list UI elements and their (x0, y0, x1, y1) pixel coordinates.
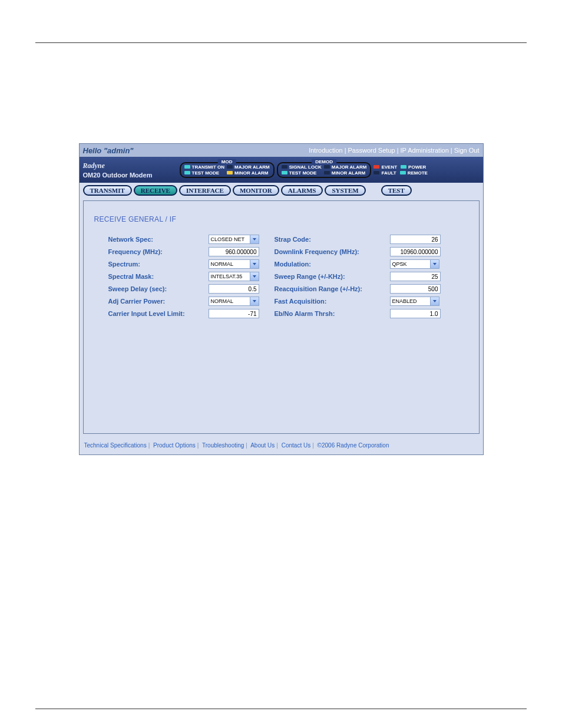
tab-interface[interactable]: INTERFACE (179, 185, 231, 196)
lbl-sweep-range: Sweep Range (+/-KHz): (275, 271, 378, 282)
link-password-setup[interactable]: Password Setup (348, 147, 395, 154)
select-spectrum[interactable]: NORMAL (209, 259, 259, 269)
led-icon (401, 165, 406, 169)
tab-receive[interactable]: RECEIVE (134, 185, 177, 196)
input-sweep-range[interactable] (390, 272, 441, 281)
link-introduction[interactable]: Introduction (309, 147, 342, 154)
status-minor-alarm: MINOR ALARM (227, 170, 270, 176)
led-icon (282, 171, 287, 174)
status-fault: FAULT (373, 170, 396, 176)
input-sweep-delay[interactable] (209, 284, 259, 294)
status-remote: REMOTE (400, 170, 428, 176)
tab-system[interactable]: SYSTEM (325, 185, 365, 196)
form-grid: Network Spec: Frequency (MHz): Spectrum:… (94, 234, 468, 319)
chevron-down-icon (250, 260, 259, 268)
lbl-sweep-delay: Sweep Delay (sec): (108, 284, 197, 294)
top-rule (35, 42, 527, 43)
select-adj-carrier-power[interactable]: NORMAL (209, 297, 259, 306)
lbl-carrier-input-level: Carrier Input Level Limit: (108, 308, 197, 319)
led-icon (184, 165, 190, 169)
status-group-demod: DEMOD SIGNAL LOCK TEST MODE MAJOR ALARM … (277, 162, 372, 178)
top-bar: Hello "admin" Introduction| Password Set… (80, 144, 483, 157)
link-sign-out[interactable]: Sign Out (454, 147, 480, 154)
link-about-us[interactable]: About Us (250, 442, 275, 449)
lbl-adj-carrier-power: Adj Carrier Power: (108, 296, 197, 307)
status-transmit-on: TRANSMIT ON (184, 164, 225, 170)
input-frequency[interactable] (209, 247, 259, 256)
select-modulation[interactable]: QPSK (390, 259, 439, 269)
tab-test[interactable]: TEST (381, 185, 412, 196)
link-product-options[interactable]: Product Options (153, 442, 196, 449)
led-icon (227, 171, 233, 174)
input-reacquisition-range[interactable] (390, 284, 441, 294)
copyright: ©2006 Radyne Corporation (318, 442, 389, 449)
link-contact-us[interactable]: Contact Us (282, 442, 310, 449)
select-network-spec[interactable]: CLOSED NET (209, 235, 259, 244)
link-ip-admin[interactable]: IP Administration (400, 147, 448, 154)
status-strip: Radyne OM20 Outdoor Modem MOD TRANSMIT O… (80, 157, 483, 183)
led-icon (373, 165, 379, 169)
tab-row: TRANSMIT RECEIVE INTERFACE MONITOR ALARM… (80, 183, 483, 196)
status-test-mode: TEST MODE (184, 170, 225, 176)
brand-block: Radyne OM20 Outdoor Modem (83, 162, 177, 179)
product-name: OM20 Outdoor Modem (83, 172, 177, 179)
led-icon (184, 171, 190, 174)
chevron-down-icon (250, 272, 259, 281)
lbl-downlink-frequency: Downlink Frequency (MHz): (275, 246, 378, 257)
led-icon (324, 165, 330, 169)
mod-title: MOD (218, 159, 236, 164)
tab-monitor[interactable]: MONITOR (233, 185, 279, 196)
lbl-strap-code: Strap Code: (275, 234, 378, 245)
lbl-fast-acquisition: Fast Acquisition: (275, 296, 378, 307)
footer-links: Technical Specifications| Product Option… (80, 436, 483, 454)
status-signal-lock: SIGNAL LOCK (282, 164, 322, 170)
input-downlink-frequency[interactable] (390, 247, 441, 256)
led-icon (282, 165, 287, 169)
status-demod-test-mode: TEST MODE (282, 170, 322, 176)
input-ebno-alarm-thrsh[interactable] (390, 309, 441, 318)
lbl-spectrum: Spectrum: (108, 259, 197, 269)
tab-transmit[interactable]: TRANSMIT (83, 185, 132, 196)
lbl-spectral-mask: Spectral Mask: (108, 271, 197, 282)
led-icon (227, 165, 233, 169)
lbl-ebno-alarm-thrsh: Eb/No Alarm Thrsh: (275, 308, 378, 319)
app-window: Hello "admin" Introduction| Password Set… (79, 143, 484, 455)
lbl-modulation: Modulation: (275, 259, 378, 269)
status-demod-minor-alarm: MINOR ALARM (324, 170, 367, 176)
brand-logo: Radyne (83, 162, 177, 170)
status-group-mod: MOD TRANSMIT ON TEST MODE MAJOR ALARM MI… (180, 162, 275, 178)
tab-alarms[interactable]: ALARMS (281, 185, 323, 196)
link-troubleshooting[interactable]: Troubleshooting (202, 442, 244, 449)
status-demod-major-alarm: MAJOR ALARM (324, 164, 367, 170)
lbl-reacquisition-range: Reacquisition Range (+/-Hz): (275, 284, 378, 294)
top-links: Introduction| Password Setup| IP Adminis… (309, 147, 479, 154)
chevron-down-icon (250, 297, 259, 305)
lbl-frequency: Frequency (MHz): (108, 246, 197, 257)
status-power: POWER (401, 164, 426, 170)
led-icon (324, 171, 330, 174)
chevron-down-icon (250, 235, 259, 243)
chevron-down-icon (430, 260, 439, 268)
link-tech-specs[interactable]: Technical Specifications (84, 442, 147, 449)
lbl-network-spec: Network Spec: (108, 234, 197, 245)
status-group-system: EVENT POWER FAULT REMOTE (373, 164, 427, 176)
select-fast-acquisition[interactable]: ENABLED (390, 297, 439, 306)
bottom-rule (35, 709, 527, 709)
led-icon (373, 171, 379, 174)
input-strap-code[interactable] (390, 235, 441, 244)
demod-title: DEMOD (312, 159, 336, 164)
chevron-down-icon (430, 297, 439, 305)
content-frame: RECEIVE GENERAL / IF Network Spec: Frequ… (83, 200, 480, 434)
select-spectral-mask[interactable]: INTELSAT.35 (209, 272, 259, 281)
section-title: RECEIVE GENERAL / IF (94, 215, 468, 223)
input-carrier-input-level[interactable] (209, 309, 259, 318)
greeting-text: Hello "admin" (83, 146, 134, 155)
status-event: EVENT (373, 164, 397, 170)
led-icon (400, 171, 406, 174)
status-major-alarm: MAJOR ALARM (227, 164, 270, 170)
